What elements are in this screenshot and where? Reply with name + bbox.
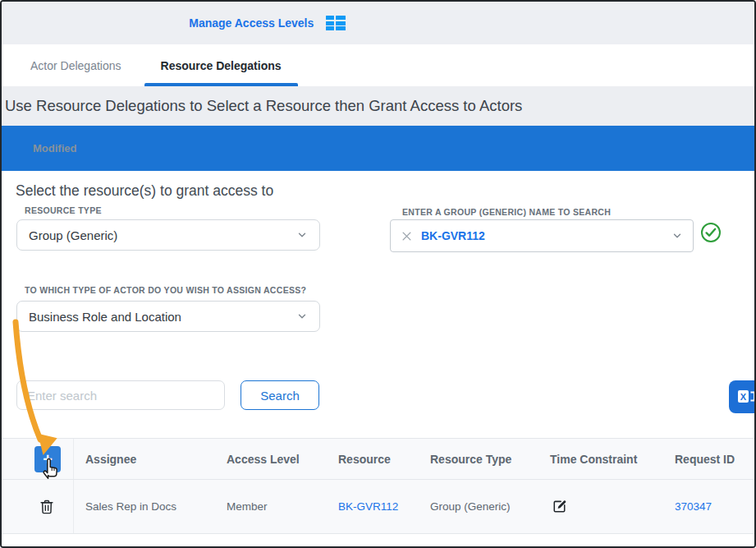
- chevron-down-icon[interactable]: [671, 230, 683, 242]
- cell-request-id-link[interactable]: 370347: [663, 480, 754, 533]
- actor-type-value: Business Role and Location: [29, 310, 181, 324]
- delegations-table: + Assignee Access Level Resource Resourc…: [2, 438, 754, 534]
- trash-icon: [38, 498, 56, 516]
- group-search-combobox[interactable]: BK-GVR112: [390, 219, 694, 252]
- resource-type-value: Group (Generic): [29, 228, 117, 242]
- column-header-access-level: Access Level: [215, 439, 327, 479]
- edit-icon: [550, 497, 569, 516]
- cell-assignee: Sales Rep in Docs: [74, 480, 215, 533]
- chevron-down-icon: [296, 229, 308, 241]
- manage-access-levels-link[interactable]: Manage Access Levels: [189, 16, 314, 30]
- topbar: Manage Access Levels: [2, 2, 754, 44]
- actor-type-label: TO WHICH TYPE OF ACTOR DO YOU WISH TO AS…: [25, 285, 306, 295]
- column-header-assignee: Assignee: [74, 439, 215, 479]
- search-button[interactable]: Search: [241, 380, 319, 410]
- heading-strip: Use Resource Delegations to Select a Res…: [2, 86, 754, 126]
- actor-type-select[interactable]: Business Role and Location: [16, 301, 320, 332]
- excel-icon: X: [735, 386, 756, 408]
- cell-resource-type: Group (Generic): [419, 480, 538, 533]
- content-area: Select the resource(s) to grant access t…: [2, 171, 754, 546]
- row-action-cell: [2, 480, 74, 533]
- clear-icon[interactable]: [401, 230, 413, 242]
- validation-check-icon: [700, 222, 722, 246]
- group-search-label: ENTER A GROUP (GENERIC) NAME TO SEARCH: [402, 207, 611, 217]
- column-header-resource: Resource: [327, 439, 419, 479]
- resource-type-label: RESOURCE TYPE: [25, 205, 102, 215]
- section-title: Select the resource(s) to grant access t…: [16, 182, 273, 200]
- add-row-button[interactable]: +: [34, 446, 61, 472]
- cell-resource-link[interactable]: BK-GVR112: [327, 480, 419, 533]
- tab-bar: Actor Delegations Resource Delegations: [2, 44, 754, 86]
- search-input[interactable]: [16, 380, 225, 410]
- tab-resource-delegations[interactable]: Resource Delegations: [144, 44, 298, 86]
- svg-text:X: X: [740, 392, 747, 402]
- app-window: Manage Access Levels Actor Delegations R…: [0, 0, 756, 548]
- column-header-time-constraint: Time Constraint: [538, 439, 663, 479]
- resource-type-select[interactable]: Group (Generic): [16, 219, 320, 251]
- group-search-value: BK-GVR112: [421, 229, 663, 242]
- add-row-cell: +: [2, 439, 74, 479]
- modified-banner: Modified: [2, 126, 754, 171]
- column-header-resource-type: Resource Type: [419, 439, 538, 479]
- table-header-row: + Assignee Access Level Resource Resourc…: [2, 439, 754, 480]
- export-excel-button[interactable]: X: [729, 380, 756, 413]
- delete-row-button[interactable]: [38, 498, 56, 516]
- modified-label: Modified: [33, 142, 76, 154]
- tab-actor-delegations[interactable]: Actor Delegations: [14, 44, 138, 86]
- chevron-down-icon: [296, 311, 308, 322]
- app-grid-icon[interactable]: [326, 16, 346, 30]
- cell-access-level: Member: [215, 480, 327, 533]
- table-row: Sales Rep in Docs Member BK-GVR112 Group…: [2, 480, 754, 534]
- cell-time-constraint: [538, 480, 663, 533]
- page-title: Use Resource Delegations to Select a Res…: [5, 97, 522, 115]
- column-header-request-id: Request ID: [663, 439, 754, 479]
- edit-time-constraint-button[interactable]: [550, 497, 569, 516]
